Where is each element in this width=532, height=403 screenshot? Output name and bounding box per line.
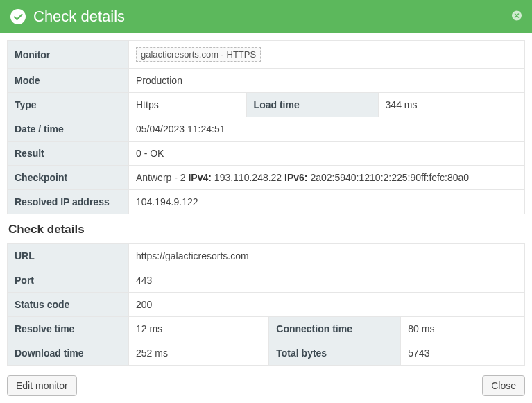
status-label: Status code <box>8 293 129 317</box>
connect-label: Connection time <box>269 317 401 341</box>
edit-monitor-button[interactable]: Edit monitor <box>7 375 77 396</box>
result-label: Result <box>8 142 129 166</box>
status-value: 200 <box>129 293 525 317</box>
totalbytes-value: 5743 <box>401 341 525 366</box>
type-value: Https <box>129 93 247 117</box>
dialog-footer: Edit monitor Close <box>0 368 532 403</box>
resolve-value: 12 ms <box>129 317 269 341</box>
mode-value: Production <box>129 69 525 93</box>
resolvedip-label: Resolved IP address <box>8 190 129 214</box>
checkpoint-label: Checkpoint <box>8 166 129 190</box>
port-label: Port <box>8 268 129 293</box>
ipv4-value: 193.110.248.22 <box>212 172 284 183</box>
close-icon[interactable] <box>511 10 522 24</box>
port-value: 443 <box>129 268 525 293</box>
monitor-label: Monitor <box>8 41 129 69</box>
checkpoint-prefix: Antwerp - 2 <box>136 172 188 183</box>
svg-point-0 <box>10 9 26 24</box>
close-button[interactable]: Close <box>482 375 525 396</box>
monitor-value-cell: galacticresorts.com - HTTPS <box>129 41 525 69</box>
monitor-link[interactable]: galacticresorts.com - HTTPS <box>136 47 261 62</box>
download-value: 252 ms <box>129 341 269 366</box>
loadtime-label: Load time <box>246 93 378 117</box>
type-label: Type <box>8 93 129 117</box>
result-value: 0 - OK <box>129 142 525 166</box>
dialog-title: Check details <box>33 8 125 26</box>
resolvedip-value: 104.194.9.122 <box>129 190 525 214</box>
datetime-value: 05/04/2023 11:24:51 <box>129 117 525 142</box>
mode-label: Mode <box>8 69 129 93</box>
connect-value: 80 ms <box>401 317 525 341</box>
section-title: Check details <box>8 223 525 237</box>
loadtime-value: 344 ms <box>378 93 524 117</box>
url-label: URL <box>8 244 129 268</box>
summary-table: Monitor galacticresorts.com - HTTPS Mode… <box>7 40 525 214</box>
dialog-content: Monitor galacticresorts.com - HTTPS Mode… <box>0 33 532 381</box>
datetime-label: Date / time <box>8 117 129 142</box>
ipv6-value: 2a02:5940:1210:2:225:90ff:fefc:80a0 <box>308 172 470 183</box>
totalbytes-label: Total bytes <box>269 341 401 366</box>
dialog-header: Check details <box>0 0 532 33</box>
url-value: https://galacticresorts.com <box>129 244 525 268</box>
checkpoint-value: Antwerp - 2 IPv4: 193.110.248.22 IPv6: 2… <box>129 166 525 190</box>
ipv4-label: IPv4: <box>188 172 211 183</box>
details-table: URL https://galacticresorts.com Port 443… <box>7 243 525 366</box>
check-circle-icon <box>10 8 26 25</box>
download-label: Download time <box>8 341 129 366</box>
ipv6-label: IPv6: <box>284 172 307 183</box>
resolve-label: Resolve time <box>8 317 129 341</box>
